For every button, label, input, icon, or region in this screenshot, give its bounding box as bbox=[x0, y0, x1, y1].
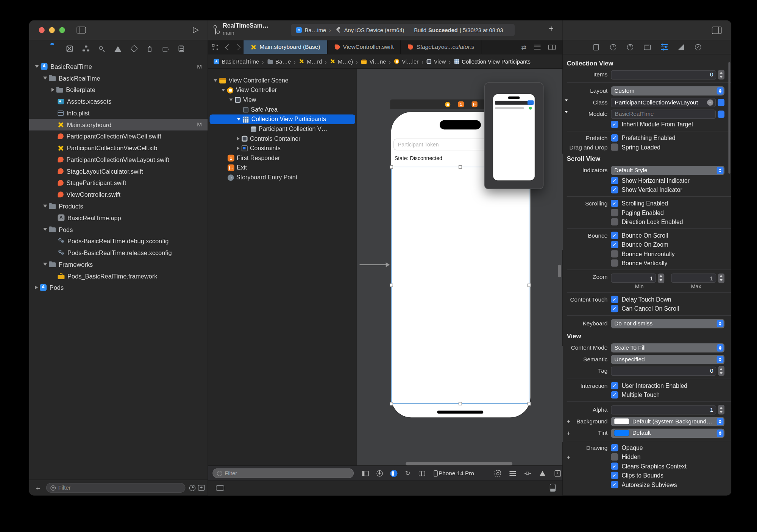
breadcrumb-vi-ne[interactable]: Vi…ne bbox=[361, 58, 386, 64]
checkbox-prefetching-enabled[interactable] bbox=[611, 134, 618, 142]
toggle-navigator-icon[interactable] bbox=[76, 26, 86, 33]
outline-item-safe-area[interactable]: Safe Area bbox=[210, 105, 355, 115]
navigator-item-basicrealtime[interactable]: BasicRealTimeM bbox=[29, 61, 208, 72]
file-inspector-icon[interactable] bbox=[592, 43, 600, 51]
breadcrumb-vi-ler[interactable]: Vi…ler bbox=[393, 58, 418, 65]
checkbox-user-interaction-enabled[interactable] bbox=[611, 382, 618, 389]
tint-color-popup[interactable]: Default bbox=[611, 428, 724, 437]
breadcrumb-collection-view-participants[interactable]: Collection View Participants bbox=[454, 58, 531, 65]
connections-inspector-icon[interactable] bbox=[694, 43, 702, 51]
zoom-max-field[interactable]: 1 bbox=[671, 274, 716, 283]
related-items-icon[interactable]: ⇄ bbox=[521, 44, 526, 51]
navigator-item-pods[interactable]: Pods bbox=[29, 224, 208, 235]
filter-scope-icon[interactable] bbox=[198, 485, 205, 490]
canvas-vertical-scrollbar[interactable] bbox=[558, 265, 561, 277]
navigator-item-participantcollectionviewlayout-swift[interactable]: ParticipantCollectionViewLayout.swift bbox=[29, 154, 208, 165]
navigator-item-participantcollectionviewcell-xib[interactable]: ParticipantCollectionViewCell.xib bbox=[29, 142, 208, 154]
checkbox-autoresize-subviews[interactable] bbox=[611, 481, 618, 488]
checkbox-bounce-on-zoom[interactable] bbox=[611, 241, 618, 248]
combo-chevron-icon[interactable] bbox=[718, 110, 724, 118]
add-file-button[interactable]: + bbox=[36, 484, 40, 492]
selection-handle[interactable] bbox=[390, 165, 393, 169]
back-button[interactable] bbox=[222, 40, 234, 54]
navigator-item-basicrealtime[interactable]: BasicRealTime bbox=[29, 72, 208, 84]
storyboard-canvas[interactable]: Participant Token State: Disconnected bbox=[357, 69, 562, 465]
checkbox-show-horizontal-indicator[interactable] bbox=[611, 177, 618, 184]
zoom-min-field[interactable]: 1 bbox=[611, 274, 656, 283]
disclosure-open[interactable] bbox=[43, 76, 47, 79]
tab-overview-button[interactable] bbox=[208, 40, 222, 54]
background-color-popup[interactable]: Default (System Background… bbox=[611, 417, 724, 426]
zoom-window-button[interactable] bbox=[59, 27, 65, 33]
navigator-item-viewcontroller-swift[interactable]: ViewController.swift bbox=[29, 188, 208, 200]
device-name[interactable]: iPhone 14 Pro bbox=[437, 470, 474, 477]
navigator-item-pods[interactable]: Pods bbox=[29, 282, 208, 293]
outline-filter-input[interactable]: Filter bbox=[212, 468, 354, 478]
disclosure-open[interactable] bbox=[35, 65, 39, 68]
run-button[interactable]: ▷ bbox=[193, 25, 199, 34]
checkbox-clears-graphics-context[interactable] bbox=[611, 462, 618, 470]
disclosure-open[interactable] bbox=[214, 79, 217, 82]
add-constraints-icon[interactable] bbox=[524, 469, 532, 477]
disclosure-open[interactable] bbox=[222, 89, 225, 92]
semantic-popup[interactable]: Unspecified bbox=[611, 355, 724, 364]
zoom-fit-icon[interactable] bbox=[493, 469, 501, 477]
checkbox-opaque[interactable] bbox=[611, 444, 618, 451]
items-field[interactable]: 0 bbox=[611, 70, 716, 79]
navigator-item-participantcollectionviewcell-swift[interactable]: ParticipantCollectionViewCell.swift bbox=[29, 131, 208, 142]
disclosure-open[interactable] bbox=[43, 228, 47, 231]
activity-view[interactable]: Ba…ime › Any iOS Device (arm64) Build Su… bbox=[291, 24, 515, 36]
disclosure-closed[interactable] bbox=[52, 88, 55, 92]
outline-item-first-responder[interactable]: First Responder bbox=[210, 153, 355, 163]
disclosure-open[interactable] bbox=[237, 118, 240, 121]
identity-inspector-icon[interactable] bbox=[643, 43, 651, 51]
stepper[interactable] bbox=[718, 405, 724, 415]
checkbox-bounce-on-scroll[interactable] bbox=[611, 232, 618, 239]
navigator-item-boilerplate[interactable]: Boilerplate bbox=[29, 84, 208, 96]
resolve-autolayout-icon[interactable] bbox=[538, 469, 546, 477]
alpha-field[interactable]: 1 bbox=[611, 405, 716, 414]
outline-item-exit[interactable]: Exit bbox=[210, 163, 355, 173]
outline-item-view[interactable]: View bbox=[210, 95, 355, 105]
selection-handle[interactable] bbox=[390, 284, 393, 287]
checkbox-inherit-module-from-target[interactable] bbox=[611, 121, 618, 128]
navigator-item-pods-basicrealtime-release-xcconfig[interactable]: Pods-BasicRealTime.release.xcconfig bbox=[29, 247, 208, 258]
disclosure-open[interactable] bbox=[229, 99, 233, 101]
tab-viewcontroller-swift[interactable]: ViewController.swift bbox=[328, 40, 401, 54]
rotate-device-icon[interactable]: ↻ bbox=[404, 469, 412, 477]
selection-handle[interactable] bbox=[459, 402, 462, 405]
outline-item-constraints[interactable]: Constraints bbox=[210, 143, 355, 153]
checkbox-bounce-horizontally[interactable] bbox=[611, 250, 618, 257]
jump-to-class-icon[interactable] bbox=[707, 99, 713, 106]
outline-item-participant-collection-v[interactable]: Participant Collection V… bbox=[210, 124, 355, 134]
close-window-button[interactable] bbox=[39, 27, 45, 33]
recent-files-icon[interactable] bbox=[189, 485, 196, 491]
source-control-navigator-icon[interactable] bbox=[67, 44, 75, 52]
forward-button[interactable] bbox=[234, 40, 243, 54]
test-navigator-icon[interactable] bbox=[131, 44, 139, 52]
debug-navigator-icon[interactable] bbox=[147, 44, 155, 52]
find-navigator-icon[interactable] bbox=[98, 44, 106, 52]
first-responder-dock-icon[interactable] bbox=[458, 101, 464, 107]
collection-view-selection[interactable] bbox=[391, 167, 529, 404]
checkbox-delay-touch-down[interactable] bbox=[611, 296, 618, 303]
disclosure-open[interactable] bbox=[43, 205, 47, 208]
stepper[interactable] bbox=[718, 70, 724, 80]
selection-handle[interactable] bbox=[528, 402, 531, 405]
breadcrumb-ba-e[interactable]: Ba…e bbox=[267, 58, 291, 64]
breadcrumb-view[interactable]: View bbox=[426, 58, 446, 64]
checkbox-can-cancel-on-scroll[interactable] bbox=[611, 305, 618, 312]
indicators-popup[interactable]: Default Style bbox=[611, 166, 724, 175]
report-navigator-icon[interactable] bbox=[179, 44, 187, 52]
toggle-inspector-icon[interactable] bbox=[712, 26, 722, 34]
canvas-horizontal-scrollbar[interactable] bbox=[406, 462, 512, 465]
selection-handle[interactable] bbox=[459, 165, 462, 169]
disclosure-closed[interactable] bbox=[237, 137, 240, 140]
align-icon[interactable] bbox=[509, 469, 517, 477]
navigator-item-stagelayoutcalculator-swift[interactable]: StageLayoutCalculator.swift bbox=[29, 165, 208, 177]
history-inspector-icon[interactable] bbox=[609, 43, 617, 51]
toggle-outline-icon[interactable] bbox=[362, 469, 370, 477]
minimize-window-button[interactable] bbox=[49, 27, 55, 33]
add-editor-icon[interactable] bbox=[548, 44, 556, 50]
outline-item-view-controller-scene[interactable]: View Controller Scene bbox=[210, 76, 355, 86]
